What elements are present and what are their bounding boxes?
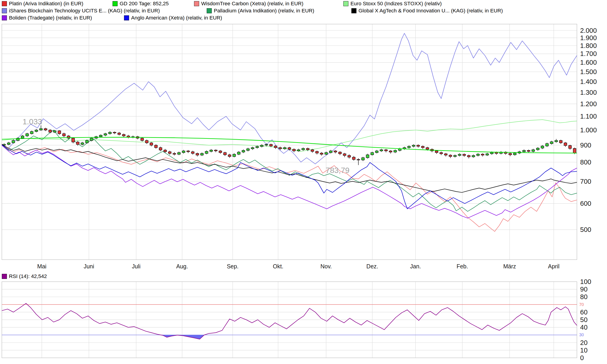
- candle-body: [237, 152, 240, 154]
- candle-body: [472, 156, 475, 157]
- price-annotation-1: 783,79: [326, 166, 350, 175]
- candle-body: [546, 143, 548, 146]
- candle-body: [164, 150, 166, 152]
- candle-body: [467, 156, 470, 157]
- candle-body: [458, 154, 461, 156]
- rsi-threshold-label-30: 30: [579, 333, 584, 337]
- candle-body: [21, 136, 24, 138]
- candle-body: [550, 142, 553, 143]
- candle-body: [343, 154, 346, 155]
- candle-body: [12, 141, 15, 143]
- candle-body: [421, 146, 424, 148]
- candle-body: [541, 146, 544, 148]
- candle-body: [274, 146, 277, 148]
- candle-body: [40, 129, 42, 130]
- x-axis-month-label: Juli: [132, 263, 140, 270]
- candle-body: [58, 131, 61, 134]
- candle-body: [477, 154, 479, 156]
- candle-body: [141, 138, 144, 140]
- candle-body: [123, 134, 125, 136]
- candle-body: [375, 151, 378, 153]
- candle-body: [251, 148, 254, 149]
- x-axis-month-label: Okt.: [273, 263, 283, 270]
- candle-body: [444, 154, 447, 155]
- candle-body: [256, 147, 259, 148]
- rsi-legend-item-swatch-icon: [2, 274, 7, 279]
- candle-body: [559, 141, 562, 143]
- x-axis-month-label: März: [503, 263, 516, 270]
- candle-body: [76, 142, 79, 144]
- candle-body: [527, 150, 530, 151]
- candle-body: [306, 148, 309, 150]
- rsi-axis-label: 40: [580, 324, 587, 331]
- candle-body: [223, 153, 226, 155]
- candle-body: [389, 151, 392, 152]
- candle-body: [564, 143, 567, 146]
- rsi-line: [2, 303, 577, 339]
- candle-body: [150, 143, 153, 145]
- candle-body: [85, 141, 88, 143]
- candle-body: [26, 134, 28, 136]
- candle-body: [118, 133, 121, 134]
- rsi-axis-label: 10: [580, 347, 587, 354]
- candle-body: [348, 156, 350, 157]
- candle-body: [187, 151, 190, 152]
- candle-body: [302, 148, 304, 150]
- rsi-axis-label: 50: [580, 316, 587, 323]
- candle-body: [449, 155, 452, 156]
- candle-body: [293, 149, 295, 151]
- candle-body: [435, 151, 438, 153]
- candle-body: [196, 154, 199, 155]
- candle-body: [316, 151, 318, 153]
- candle-body: [201, 154, 203, 155]
- candle-body: [205, 151, 208, 154]
- rsi-axis-label: 20: [580, 339, 587, 346]
- candle-body: [426, 148, 429, 149]
- candle-body: [173, 154, 176, 154]
- candle-body: [279, 148, 282, 149]
- candle-body: [371, 153, 373, 155]
- rsi-axis-label: 90: [580, 286, 587, 293]
- x-axis-month-label: Dez.: [366, 263, 378, 270]
- candle-body: [412, 145, 415, 146]
- rsi-axis-label: 80: [580, 293, 587, 300]
- candle-body: [270, 144, 272, 146]
- y-axis-label: 1.500: [580, 68, 597, 76]
- candle-body: [90, 138, 93, 140]
- candle-body: [297, 150, 300, 151]
- candle-body: [182, 151, 185, 153]
- candle-body: [233, 154, 235, 157]
- rsi-axis-label: 60: [580, 309, 587, 316]
- candle-body: [7, 143, 10, 144]
- candle-body: [104, 134, 107, 135]
- y-axis-label: 1.900: [580, 34, 597, 41]
- y-axis-label: 1.800: [580, 42, 597, 49]
- y-axis-label: 500: [580, 226, 591, 233]
- candle-body: [247, 149, 249, 150]
- candle-body: [154, 145, 157, 148]
- candle-body: [440, 153, 442, 154]
- candle-body: [265, 144, 268, 145]
- price-annotation-0: 1.033: [23, 117, 42, 126]
- candle-body: [417, 145, 420, 146]
- candle-body: [261, 145, 263, 147]
- y-axis-label: 600: [580, 200, 591, 207]
- candle-body: [490, 152, 493, 154]
- candle-body: [573, 148, 576, 153]
- candle-body: [320, 153, 323, 154]
- candle-body: [311, 150, 314, 151]
- candle-body: [366, 155, 369, 158]
- x-axis-month-label: Nov.: [320, 263, 332, 270]
- y-axis-label: 2.000: [580, 27, 597, 34]
- candle-body: [113, 132, 116, 133]
- candle-body: [509, 154, 511, 155]
- candle-body: [62, 134, 65, 136]
- candle-body: [288, 148, 291, 149]
- rsi-legend-item: RSI (14): 42,542: [2, 273, 47, 279]
- candle-body: [523, 150, 525, 152]
- candle-body: [35, 130, 38, 131]
- price-and-rsi-chart[interactable]: 1.033783,792.0001.9001.8001.7001.6001.50…: [0, 0, 607, 364]
- candle-body: [357, 159, 360, 160]
- candle-body: [228, 155, 231, 156]
- candle-body: [325, 153, 328, 154]
